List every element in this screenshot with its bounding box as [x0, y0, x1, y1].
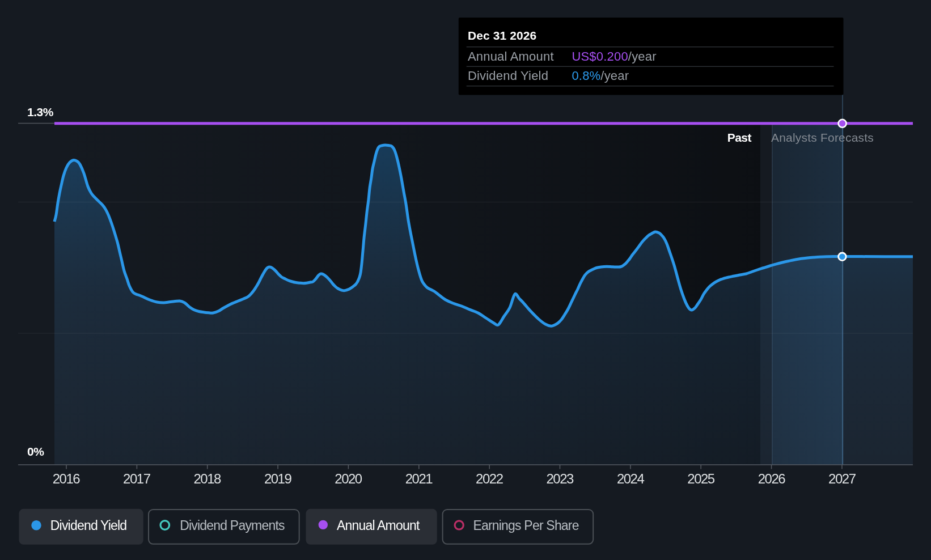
svg-text:2025: 2025: [687, 471, 715, 486]
svg-text:Annual Amount: Annual Amount: [468, 49, 554, 63]
svg-text:US$0.200/year: US$0.200/year: [572, 49, 656, 63]
svg-text:2017: 2017: [123, 471, 151, 486]
svg-text:Dividend Yield: Dividend Yield: [50, 518, 127, 533]
svg-text:2023: 2023: [547, 471, 574, 486]
svg-text:2021: 2021: [405, 471, 433, 486]
svg-text:0%: 0%: [27, 445, 44, 458]
svg-text:1.3%: 1.3%: [27, 105, 54, 118]
svg-text:2026: 2026: [758, 471, 786, 486]
svg-text:Dividend Payments: Dividend Payments: [180, 518, 285, 533]
svg-text:2016: 2016: [53, 471, 81, 486]
svg-text:2018: 2018: [194, 471, 222, 486]
svg-text:2024: 2024: [617, 471, 645, 486]
svg-text:Past: Past: [727, 131, 752, 144]
svg-text:Dividend Yield: Dividend Yield: [468, 69, 548, 83]
svg-text:2020: 2020: [335, 471, 362, 486]
svg-text:2019: 2019: [264, 471, 292, 486]
svg-text:2027: 2027: [828, 471, 856, 486]
svg-text:0.8%/year: 0.8%/year: [572, 69, 629, 83]
svg-text:Earnings Per Share: Earnings Per Share: [473, 518, 578, 533]
svg-text:2022: 2022: [476, 471, 503, 486]
svg-text:Annual Amount: Annual Amount: [337, 518, 420, 533]
svg-text:Dec 31 2026: Dec 31 2026: [468, 29, 536, 42]
svg-text:Analysts Forecasts: Analysts Forecasts: [771, 131, 874, 144]
